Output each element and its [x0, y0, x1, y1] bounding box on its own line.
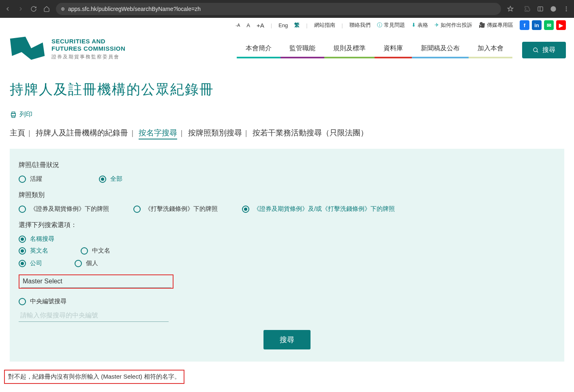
logo-text-zh: 證券及期貨事務監察委員會	[51, 54, 125, 60]
svg-line-7	[537, 51, 538, 52]
label-option: 選擇下列搜索選項：	[19, 221, 555, 229]
bc-home[interactable]: 主頁	[10, 129, 25, 137]
nav-about[interactable]: 本會簡介	[237, 44, 281, 58]
radio-status-active[interactable]: 活躍	[19, 175, 42, 183]
address-bar[interactable]: ⊕ apps.sfc.hk/publicregWeb/searchByName?…	[56, 3, 501, 15]
wechat-icon[interactable]: ✉	[544, 20, 554, 30]
lang-en[interactable]: Eng	[278, 22, 288, 28]
main-nav: 本會簡介 監管職能 規則及標準 資料庫 新聞稿及公布 加入本會	[237, 34, 512, 58]
browser-toolbar: ⊕ apps.sfc.hk/publicregWeb/searchByName?…	[0, 0, 574, 18]
bc-byactivity[interactable]: 按若干業務活動搜尋（只限法團）	[253, 129, 368, 137]
radio-type-both[interactable]: 《證券及期貨條例》及/或《打擊洗錢條例》下的牌照	[242, 205, 395, 213]
radio-entity-indiv[interactable]: 個人	[75, 259, 98, 267]
ce-input[interactable]	[19, 309, 169, 322]
site-info-icon[interactable]: ⊕	[61, 6, 65, 12]
radio-entity-corp[interactable]: 公司	[19, 259, 42, 267]
linkedin-icon[interactable]: in	[532, 20, 542, 30]
svg-rect-8	[11, 114, 16, 116]
nav-join[interactable]: 加入本會	[469, 44, 512, 58]
youtube-icon[interactable]: ▶	[556, 20, 566, 30]
svg-point-3	[566, 6, 567, 8]
facebook-icon[interactable]: f	[520, 20, 529, 30]
submit-button[interactable]: 搜尋	[263, 330, 311, 349]
radio-status-all[interactable]: 全部	[99, 175, 122, 183]
url-text: apps.sfc.hk/publicregWeb/searchByName?lo…	[68, 6, 201, 12]
menu-icon[interactable]	[563, 5, 570, 13]
name-input-highlight	[19, 274, 173, 289]
lang-zh[interactable]: 繁	[294, 21, 300, 29]
error-message: 對不起，紀錄冊內沒有與你所輸入 (Master Select) 相符的名字。	[4, 370, 184, 384]
nav-supervise[interactable]: 監管職能	[281, 44, 324, 58]
bc-bytype[interactable]: 按牌照類別搜尋	[188, 129, 242, 137]
search-form: 牌照/註冊狀況 活躍 全部 牌照類別 《證券及期貨條例》下的牌照 《打擊洗錢條例…	[10, 149, 564, 362]
radio-opt-name[interactable]: 名稱搜尋	[19, 235, 54, 243]
forms-link[interactable]: ⬇表格	[411, 21, 428, 29]
print-icon	[10, 111, 17, 118]
sitemap-link[interactable]: 網站指南	[314, 21, 335, 29]
page-title: 持牌人及註冊機構的公眾紀錄冊	[10, 80, 564, 99]
header-search-button[interactable]: 搜尋	[522, 42, 566, 58]
media-link[interactable]: 🎥傳媒專用區	[479, 21, 513, 29]
utility-bar: -A A +A | Eng 繁 | 網站指南 | 聯絡我們 ⓘ常見問題 ⬇表格 …	[0, 18, 574, 30]
back-icon[interactable]	[4, 5, 11, 13]
forward-icon[interactable]	[17, 5, 24, 13]
logo[interactable]: SECURITIES AND FUTURES COMMISSION 證券及期貨事…	[8, 34, 125, 64]
nav-data[interactable]: 資料庫	[375, 44, 412, 58]
star-icon[interactable]	[507, 5, 514, 13]
svg-point-5	[566, 10, 567, 11]
faq-link[interactable]: ⓘ常見問題	[377, 21, 405, 29]
radio-type-sfo[interactable]: 《證券及期貨條例》下的牌照	[19, 205, 109, 213]
bc-register[interactable]: 持牌人及註冊機構的紀錄冊	[36, 129, 128, 137]
radio-name-zh[interactable]: 中文名	[81, 247, 110, 255]
label-type: 牌照類別	[19, 191, 555, 199]
contact-link[interactable]: 聯絡我們	[349, 21, 371, 29]
svg-point-4	[566, 9, 567, 10]
bc-byname[interactable]: 按名字搜尋	[139, 129, 177, 139]
label-status: 牌照/註冊狀況	[19, 161, 555, 169]
radio-opt-ce[interactable]: 中央編號搜尋	[19, 298, 66, 305]
svg-point-6	[533, 48, 537, 51]
panel-icon[interactable]	[537, 5, 544, 13]
home-icon[interactable]	[43, 5, 50, 13]
profile-icon[interactable]	[550, 5, 557, 13]
radio-type-amlo[interactable]: 《打擊洗錢條例》下的牌照	[133, 205, 218, 213]
logo-text-en1: SECURITIES AND	[51, 38, 125, 45]
nav-rules[interactable]: 規則及標準	[324, 44, 375, 58]
social-links: f in ✉ ▶	[520, 20, 566, 30]
complaint-link[interactable]: ✈如何作出投訴	[435, 21, 472, 29]
logo-icon	[8, 34, 47, 64]
svg-rect-9	[12, 112, 15, 114]
font-size-large[interactable]: +A	[257, 22, 264, 29]
extensions-icon[interactable]	[524, 5, 531, 13]
search-icon	[533, 47, 539, 54]
logo-text-en2: FUTURES COMMISSION	[51, 45, 125, 52]
font-size-small[interactable]: -A	[236, 23, 240, 28]
font-size-medium[interactable]: A	[246, 22, 250, 28]
site-header: SECURITIES AND FUTURES COMMISSION 證券及期貨事…	[0, 30, 574, 64]
svg-point-2	[550, 6, 556, 11]
radio-name-en[interactable]: 英文名	[19, 247, 48, 255]
reload-icon[interactable]	[30, 5, 37, 13]
print-link[interactable]: 列印	[10, 110, 32, 119]
svg-rect-10	[12, 116, 15, 118]
breadcrumb: 主頁| 持牌人及註冊機構的紀錄冊| 按名字搜尋| 按牌照類別搜尋| 按若干業務活…	[10, 128, 564, 138]
name-input[interactable]	[21, 275, 171, 288]
nav-news[interactable]: 新聞稿及公布	[412, 44, 469, 58]
